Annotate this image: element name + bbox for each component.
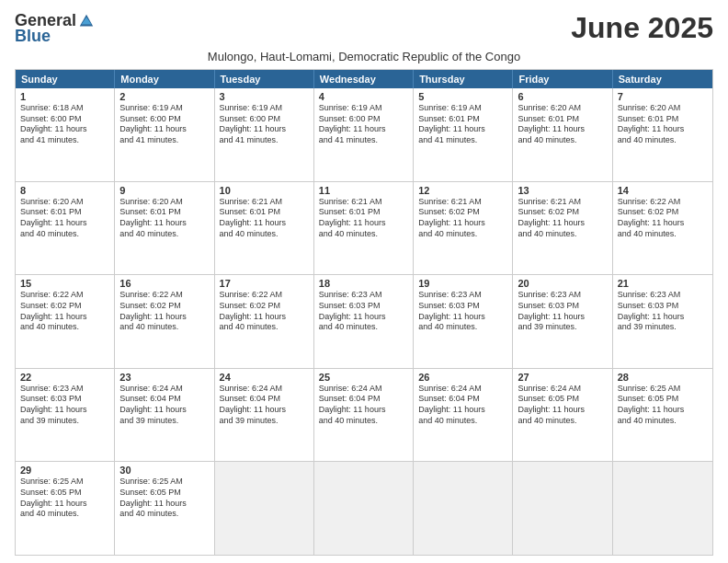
cell-info: Sunrise: 6:20 AMSunset: 6:01 PMDaylight:… <box>20 197 109 240</box>
cell-info: Sunrise: 6:24 AMSunset: 6:04 PMDaylight:… <box>119 384 209 427</box>
calendar-cell <box>513 462 612 555</box>
day-number: 20 <box>518 278 607 289</box>
header-day: Tuesday <box>215 70 314 88</box>
calendar-cell: 11 Sunrise: 6:21 AMSunset: 6:01 PMDaylig… <box>314 182 414 275</box>
cell-info: Sunrise: 6:21 AMSunset: 6:02 PMDaylight:… <box>418 197 507 240</box>
header-day: Sunday <box>16 70 115 88</box>
day-number: 1 <box>20 91 109 102</box>
calendar-cell: 15 Sunrise: 6:22 AMSunset: 6:02 PMDaylig… <box>16 275 115 368</box>
calendar-cell: 19 Sunrise: 6:23 AMSunset: 6:03 PMDaylig… <box>414 275 513 368</box>
day-number: 27 <box>518 372 607 383</box>
cell-info: Sunrise: 6:25 AMSunset: 6:05 PMDaylight:… <box>20 477 109 520</box>
cell-info: Sunrise: 6:24 AMSunset: 6:04 PMDaylight:… <box>319 384 408 427</box>
day-number: 8 <box>20 185 109 196</box>
day-number: 4 <box>319 91 408 102</box>
calendar-cell <box>613 462 712 555</box>
calendar-cell: 18 Sunrise: 6:23 AMSunset: 6:03 PMDaylig… <box>314 275 414 368</box>
cell-info: Sunrise: 6:21 AMSunset: 6:01 PMDaylight:… <box>319 197 408 240</box>
cell-info: Sunrise: 6:24 AMSunset: 6:04 PMDaylight:… <box>418 384 507 427</box>
calendar-row: 15 Sunrise: 6:22 AMSunset: 6:02 PMDaylig… <box>16 274 712 368</box>
calendar-cell <box>314 462 414 555</box>
cell-info: Sunrise: 6:20 AMSunset: 6:01 PMDaylight:… <box>518 103 607 146</box>
cell-info: Sunrise: 6:22 AMSunset: 6:02 PMDaylight:… <box>618 197 708 240</box>
calendar-cell: 21 Sunrise: 6:23 AMSunset: 6:03 PMDaylig… <box>613 275 712 368</box>
calendar-cell: 22 Sunrise: 6:23 AMSunset: 6:03 PMDaylig… <box>16 369 115 462</box>
cell-info: Sunrise: 6:22 AMSunset: 6:02 PMDaylight:… <box>119 290 209 333</box>
page: General Blue June 2025 Mulongo, Haut-Lom… <box>0 0 728 563</box>
cell-info: Sunrise: 6:19 AMSunset: 6:00 PMDaylight:… <box>319 103 408 146</box>
calendar-row: 29 Sunrise: 6:25 AMSunset: 6:05 PMDaylig… <box>16 461 712 555</box>
cell-info: Sunrise: 6:22 AMSunset: 6:02 PMDaylight:… <box>20 290 109 333</box>
calendar-cell: 25 Sunrise: 6:24 AMSunset: 6:04 PMDaylig… <box>314 369 414 462</box>
day-number: 5 <box>418 91 507 102</box>
day-number: 16 <box>119 278 209 289</box>
cell-info: Sunrise: 6:24 AMSunset: 6:04 PMDaylight:… <box>220 384 309 427</box>
logo-icon <box>78 13 95 29</box>
calendar-cell: 30 Sunrise: 6:25 AMSunset: 6:05 PMDaylig… <box>115 462 214 555</box>
calendar-cell: 12 Sunrise: 6:21 AMSunset: 6:02 PMDaylig… <box>414 182 513 275</box>
header-day: Friday <box>513 70 612 88</box>
calendar-cell: 3 Sunrise: 6:19 AMSunset: 6:00 PMDayligh… <box>215 88 314 181</box>
day-number: 18 <box>319 278 408 289</box>
day-number: 28 <box>618 372 708 383</box>
day-number: 21 <box>618 278 708 289</box>
cell-info: Sunrise: 6:21 AMSunset: 6:02 PMDaylight:… <box>518 197 607 240</box>
calendar-cell: 16 Sunrise: 6:22 AMSunset: 6:02 PMDaylig… <box>115 275 214 368</box>
day-number: 23 <box>119 372 209 383</box>
calendar-cell: 29 Sunrise: 6:25 AMSunset: 6:05 PMDaylig… <box>16 462 115 555</box>
cell-info: Sunrise: 6:25 AMSunset: 6:05 PMDaylight:… <box>618 384 708 427</box>
header-day: Thursday <box>414 70 513 88</box>
cell-info: Sunrise: 6:20 AMSunset: 6:01 PMDaylight:… <box>119 197 209 240</box>
cell-info: Sunrise: 6:24 AMSunset: 6:05 PMDaylight:… <box>518 384 607 427</box>
cell-info: Sunrise: 6:23 AMSunset: 6:03 PMDaylight:… <box>618 290 708 333</box>
calendar-cell: 6 Sunrise: 6:20 AMSunset: 6:01 PMDayligh… <box>513 88 612 181</box>
cell-info: Sunrise: 6:23 AMSunset: 6:03 PMDaylight:… <box>518 290 607 333</box>
cell-info: Sunrise: 6:18 AMSunset: 6:00 PMDaylight:… <box>20 103 109 146</box>
cell-info: Sunrise: 6:23 AMSunset: 6:03 PMDaylight:… <box>20 384 109 427</box>
calendar-cell: 20 Sunrise: 6:23 AMSunset: 6:03 PMDaylig… <box>513 275 612 368</box>
header-day: Saturday <box>613 70 712 88</box>
cell-info: Sunrise: 6:19 AMSunset: 6:00 PMDaylight:… <box>119 103 209 146</box>
cell-info: Sunrise: 6:23 AMSunset: 6:03 PMDaylight:… <box>319 290 408 333</box>
cell-info: Sunrise: 6:23 AMSunset: 6:03 PMDaylight:… <box>418 290 507 333</box>
calendar-cell: 28 Sunrise: 6:25 AMSunset: 6:05 PMDaylig… <box>613 369 712 462</box>
cell-info: Sunrise: 6:22 AMSunset: 6:02 PMDaylight:… <box>220 290 309 333</box>
logo: General Blue <box>15 11 95 46</box>
day-number: 10 <box>220 185 309 196</box>
day-number: 26 <box>418 372 507 383</box>
calendar-cell: 24 Sunrise: 6:24 AMSunset: 6:04 PMDaylig… <box>215 369 314 462</box>
day-number: 29 <box>20 465 109 476</box>
calendar-cell: 13 Sunrise: 6:21 AMSunset: 6:02 PMDaylig… <box>513 182 612 275</box>
calendar-cell: 5 Sunrise: 6:19 AMSunset: 6:01 PMDayligh… <box>414 88 513 181</box>
day-number: 25 <box>319 372 408 383</box>
calendar-cell: 27 Sunrise: 6:24 AMSunset: 6:05 PMDaylig… <box>513 369 612 462</box>
calendar-cell <box>414 462 513 555</box>
calendar-row: 1 Sunrise: 6:18 AMSunset: 6:00 PMDayligh… <box>16 88 712 181</box>
calendar-cell: 23 Sunrise: 6:24 AMSunset: 6:04 PMDaylig… <box>115 369 214 462</box>
header-day: Wednesday <box>314 70 414 88</box>
day-number: 13 <box>518 185 607 196</box>
calendar-cell: 9 Sunrise: 6:20 AMSunset: 6:01 PMDayligh… <box>115 182 214 275</box>
calendar-cell: 8 Sunrise: 6:20 AMSunset: 6:01 PMDayligh… <box>16 182 115 275</box>
calendar-cell: 14 Sunrise: 6:22 AMSunset: 6:02 PMDaylig… <box>613 182 712 275</box>
calendar-cell: 4 Sunrise: 6:19 AMSunset: 6:00 PMDayligh… <box>314 88 414 181</box>
day-number: 30 <box>119 465 209 476</box>
calendar-body: 1 Sunrise: 6:18 AMSunset: 6:00 PMDayligh… <box>16 88 712 555</box>
calendar-cell: 10 Sunrise: 6:21 AMSunset: 6:01 PMDaylig… <box>215 182 314 275</box>
day-number: 9 <box>119 185 209 196</box>
cell-info: Sunrise: 6:19 AMSunset: 6:01 PMDaylight:… <box>418 103 507 146</box>
day-number: 22 <box>20 372 109 383</box>
day-number: 3 <box>220 91 309 102</box>
calendar-row: 22 Sunrise: 6:23 AMSunset: 6:03 PMDaylig… <box>16 368 712 462</box>
header: General Blue June 2025 <box>15 11 713 46</box>
day-number: 7 <box>618 91 708 102</box>
calendar-cell: 26 Sunrise: 6:24 AMSunset: 6:04 PMDaylig… <box>414 369 513 462</box>
cell-info: Sunrise: 6:25 AMSunset: 6:05 PMDaylight:… <box>119 477 209 520</box>
month-title: June 2025 <box>571 11 713 45</box>
calendar-header: SundayMondayTuesdayWednesdayThursdayFrid… <box>16 70 712 88</box>
header-day: Monday <box>115 70 214 88</box>
day-number: 19 <box>418 278 507 289</box>
calendar-cell: 1 Sunrise: 6:18 AMSunset: 6:00 PMDayligh… <box>16 88 115 181</box>
day-number: 11 <box>319 185 408 196</box>
calendar-cell: 2 Sunrise: 6:19 AMSunset: 6:00 PMDayligh… <box>115 88 214 181</box>
